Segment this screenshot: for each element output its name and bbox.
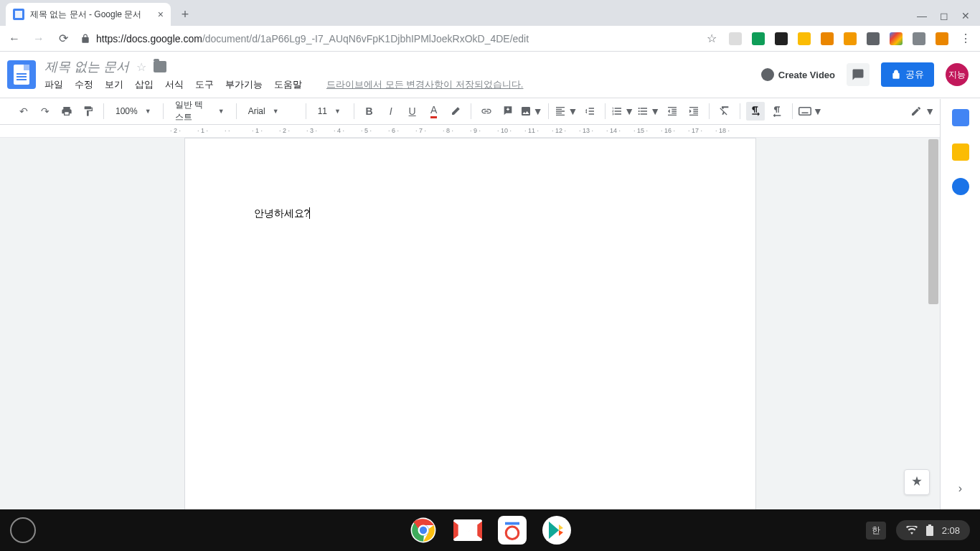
align-button[interactable]: ▼ xyxy=(555,102,578,121)
reload-icon[interactable]: ⟳ xyxy=(56,32,70,45)
browser-tab[interactable]: 제목 없는 문서 - Google 문서 × xyxy=(6,3,171,26)
decrease-indent-button[interactable] xyxy=(663,102,682,121)
formatting-toolbar: ↶ ↷ 100%▼ 일반 텍스트▼ Arial▼ 11▼ B I U A ▼ ▼… xyxy=(0,98,980,125)
create-video-button[interactable]: Create Video xyxy=(761,68,835,81)
docs-logo-icon[interactable] xyxy=(7,60,36,89)
ruler[interactable]: · 2 ·· 1 ·· ·· 1 ·· 2 ·· 3 ·· 4 ·· 5 ·· … xyxy=(0,125,980,138)
calendar-icon[interactable] xyxy=(952,109,969,126)
menu-tools[interactable]: 도구 xyxy=(195,78,214,91)
create-video-label: Create Video xyxy=(778,70,835,80)
insert-image-button[interactable]: ▼ xyxy=(520,102,543,121)
svg-rect-1 xyxy=(799,108,811,116)
zoom-dropdown[interactable]: 100%▼ xyxy=(110,102,157,121)
highlight-button[interactable] xyxy=(446,102,465,121)
share-button[interactable]: 공유 xyxy=(881,62,934,87)
redo-button[interactable]: ↷ xyxy=(36,102,55,121)
ime-indicator[interactable]: 한 xyxy=(866,522,886,540)
browser-tab-strip: 제목 없는 문서 - Google 문서 × + — ◻ ✕ xyxy=(0,0,980,26)
svg-point-5 xyxy=(419,526,428,535)
paragraph-style-dropdown[interactable]: 일반 텍스트▼ xyxy=(169,102,230,121)
minimize-icon[interactable]: — xyxy=(917,10,927,22)
gmail-app-icon[interactable] xyxy=(453,516,482,545)
paint-format-button[interactable] xyxy=(79,102,98,121)
clear-formatting-button[interactable] xyxy=(715,102,734,121)
bold-button[interactable]: B xyxy=(360,102,379,121)
address-bar: ← → ⟳ https://docs.google.com/document/d… xyxy=(0,26,980,52)
insert-link-button[interactable] xyxy=(477,102,496,121)
svg-rect-10 xyxy=(928,524,931,526)
insert-comment-button[interactable] xyxy=(499,102,517,121)
menu-view[interactable]: 보기 xyxy=(105,78,123,91)
font-size-dropdown[interactable]: 11▼ xyxy=(312,102,348,121)
tasks-icon[interactable] xyxy=(952,178,969,195)
launcher-button[interactable] xyxy=(10,517,36,543)
document-title[interactable]: 제목 없는 문서 xyxy=(44,58,129,75)
menu-edit[interactable]: 수정 xyxy=(75,78,93,91)
share-label: 공유 xyxy=(905,68,924,81)
files-app-icon[interactable] xyxy=(498,516,527,545)
lock-icon xyxy=(891,70,901,80)
back-icon[interactable]: ← xyxy=(7,32,22,45)
comments-button[interactable] xyxy=(847,63,870,86)
close-window-icon[interactable]: ✕ xyxy=(961,10,970,22)
tab-title: 제목 없는 문서 - Google 문서 xyxy=(30,9,141,21)
underline-button[interactable]: U xyxy=(403,102,422,121)
side-panel: › xyxy=(940,99,980,509)
ext-icon-3[interactable] xyxy=(775,32,788,45)
docs-header: 제목 없는 문서 ☆ 파일 수정 보기 삽입 서식 도구 부가기능 도움말 드라… xyxy=(0,52,980,98)
numbered-list-button[interactable]: ▼ xyxy=(611,102,634,121)
side-panel-collapse-icon[interactable]: › xyxy=(958,482,962,495)
ext-icon-10[interactable] xyxy=(936,32,948,45)
move-folder-icon[interactable] xyxy=(154,61,166,72)
document-canvas[interactable]: 안녕하세요? xyxy=(0,138,940,509)
menu-format[interactable]: 서식 xyxy=(165,78,184,91)
input-tools-button[interactable]: ▼ xyxy=(798,102,823,121)
rtl-button[interactable] xyxy=(768,102,786,121)
print-button[interactable] xyxy=(57,102,76,121)
text-color-button[interactable]: A xyxy=(425,102,443,121)
avatar-text: 지능 xyxy=(948,69,966,81)
ext-icon-6[interactable] xyxy=(844,32,857,45)
bulleted-list-button[interactable]: ▼ xyxy=(637,102,660,121)
camera-icon xyxy=(761,68,774,81)
ext-icon-9[interactable] xyxy=(913,32,925,45)
menu-addons[interactable]: 부가기능 xyxy=(225,78,263,91)
menu-insert[interactable]: 삽입 xyxy=(135,78,154,91)
ext-icon-7[interactable] xyxy=(867,32,880,45)
ext-icon-1[interactable] xyxy=(729,32,742,45)
ltr-button[interactable] xyxy=(746,102,765,121)
url-input[interactable]: https://docs.google.com/document/d/1aP66… xyxy=(80,33,694,44)
explore-button[interactable] xyxy=(904,469,930,495)
browser-menu-icon[interactable]: ⋮ xyxy=(958,32,973,45)
save-status[interactable]: 드라이브에서 모든 변경사항이 저장되었습니다. xyxy=(326,78,523,91)
increase-indent-button[interactable] xyxy=(684,102,703,121)
line-spacing-button[interactable] xyxy=(580,102,599,121)
tab-close-icon[interactable]: × xyxy=(158,9,164,20)
system-tray[interactable]: 2:08 xyxy=(896,520,970,540)
ext-icon-5[interactable] xyxy=(821,32,834,45)
undo-button[interactable]: ↶ xyxy=(14,102,33,121)
ext-icon-2[interactable] xyxy=(752,32,765,45)
editing-mode-button[interactable]: ▼ xyxy=(910,102,935,121)
font-dropdown[interactable]: Arial▼ xyxy=(242,102,300,121)
wifi-icon xyxy=(906,526,918,534)
new-tab-button[interactable]: + xyxy=(175,4,195,24)
play-store-icon[interactable] xyxy=(542,516,571,545)
bookmark-star-icon[interactable]: ☆ xyxy=(705,32,719,45)
maximize-icon[interactable]: ◻ xyxy=(940,10,948,22)
star-icon[interactable]: ☆ xyxy=(136,60,146,74)
taskbar: 한 2:08 xyxy=(0,509,980,551)
comment-icon xyxy=(852,68,864,81)
user-avatar[interactable]: 지능 xyxy=(946,63,969,86)
url-domain: https://docs.google.com xyxy=(96,33,202,44)
menu-file[interactable]: 파일 xyxy=(44,78,63,91)
vertical-scrollbar[interactable] xyxy=(928,139,938,304)
ext-icon-4[interactable] xyxy=(798,32,811,45)
menu-help[interactable]: 도움말 xyxy=(274,78,302,91)
italic-button[interactable]: I xyxy=(382,102,400,121)
keep-icon[interactable] xyxy=(952,143,969,161)
chrome-app-icon[interactable] xyxy=(409,516,438,545)
document-page[interactable]: 안녕하세요? xyxy=(184,138,756,509)
window-controls: — ◻ ✕ xyxy=(917,10,980,26)
ext-icon-8[interactable] xyxy=(890,32,903,45)
